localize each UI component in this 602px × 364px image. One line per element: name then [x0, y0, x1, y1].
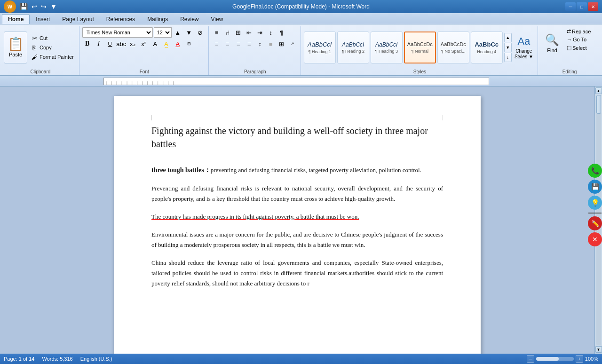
font-size-select[interactable]: 12: [154, 27, 172, 38]
tab-insert[interactable]: Insert: [30, 14, 56, 24]
style-heading2[interactable]: AaBbCcI ¶ Heading 2: [337, 32, 369, 63]
format-painter-button[interactable]: 🖌 Format Painter: [28, 53, 76, 62]
shading-button[interactable]: ■: [266, 39, 276, 49]
scroll-up-button[interactable]: ▲: [595, 87, 602, 94]
replace-button[interactable]: ⇄ Replace: [564, 27, 597, 35]
clipboard-group: 📋 Paste ✂ Cut ⎘ Copy 🖌 Format Painter Cl…: [2, 26, 79, 75]
dropdown-qa-btn[interactable]: ▼: [49, 2, 58, 11]
align-right-button[interactable]: ≡: [233, 39, 244, 49]
font-size-decrease-button[interactable]: ▼: [184, 27, 194, 38]
cut-button[interactable]: ✂ Cut: [28, 34, 76, 43]
font-format-row: B I U abc x₂ x² A A̲ A ⊞: [82, 39, 194, 49]
redo-qa-btn[interactable]: ↪: [40, 2, 48, 11]
show-hide-button[interactable]: ¶: [277, 27, 287, 38]
title-bar-left: W 💾 ↩ ↪ ▼: [4, 0, 58, 13]
tab-home[interactable]: Home: [2, 14, 30, 24]
strikethrough-button[interactable]: abc: [116, 39, 127, 49]
style-no-spacing-name: ¶ No Spaci...: [441, 49, 465, 54]
float-close-button[interactable]: ✕: [588, 232, 602, 246]
zoom-controls: ─ + 100%: [527, 355, 598, 363]
font-size-increase-button[interactable]: ▲: [173, 27, 183, 38]
format-painter-icon: 🖌: [31, 54, 38, 61]
style-heading2-name: ¶ Heading 2: [342, 49, 364, 54]
tab-review[interactable]: Review: [174, 14, 205, 24]
tab-page-layout[interactable]: Page Layout: [56, 14, 100, 24]
paste-label: Paste: [9, 52, 22, 57]
status-bar: Page: 1 of 14 Words: 5,316 English (U.S.…: [0, 354, 602, 364]
close-button[interactable]: ✕: [588, 2, 598, 11]
find-button[interactable]: 🔍 Find: [541, 27, 563, 59]
styles-scroll-up[interactable]: ▲: [504, 33, 512, 42]
align-center-button[interactable]: ≡: [222, 39, 233, 49]
clear-formatting-button[interactable]: ⊘: [195, 27, 206, 38]
align-left-button[interactable]: ≡: [212, 39, 222, 49]
tab-references[interactable]: References: [100, 14, 141, 24]
float-edit-button[interactable]: ✏️: [588, 216, 602, 230]
zoom-in-button[interactable]: +: [576, 355, 583, 363]
bullets-button[interactable]: ≡: [212, 27, 222, 38]
replace-icon: ⇄: [567, 28, 571, 34]
font-family-select[interactable]: Times New Roman: [82, 27, 153, 38]
quick-access-toolbar: 💾 ↩ ↪ ▼: [19, 2, 58, 11]
select-button[interactable]: ⬚ Select: [564, 44, 597, 52]
cut-label: Cut: [40, 35, 48, 41]
underline-button[interactable]: U: [105, 39, 115, 49]
style-normal[interactable]: AaBbCcDc ¶ Normal: [404, 32, 436, 63]
float-call-button[interactable]: 📞: [588, 164, 602, 178]
style-heading1[interactable]: AaBbCcI ¶ Heading 1: [304, 32, 336, 63]
style-heading4[interactable]: AaBbCc Heading 4: [471, 32, 503, 63]
float-save-button[interactable]: 💾: [588, 180, 602, 194]
copy-button[interactable]: ⎘ Copy: [28, 43, 76, 52]
bold-button[interactable]: B: [82, 39, 93, 49]
text-effects-button[interactable]: A: [150, 39, 160, 49]
document-page[interactable]: Fighting against the victory and buildin…: [114, 96, 481, 354]
numbering-button[interactable]: ⑁: [222, 27, 233, 38]
increase-indent-button[interactable]: ⇥: [255, 27, 265, 38]
multilevel-list-button[interactable]: ⊞: [233, 27, 244, 38]
restore-button[interactable]: □: [577, 2, 587, 11]
style-no-spacing[interactable]: AaBbCcDc ¶ No Spaci...: [437, 32, 469, 63]
justify-button[interactable]: ≡: [244, 39, 254, 49]
borders-button[interactable]: ⊞: [277, 39, 287, 49]
superscript-button[interactable]: x²: [139, 39, 149, 49]
styles-scroll-down[interactable]: ▼: [504, 43, 512, 52]
word-count: Words: 5,316: [42, 356, 72, 362]
ribbon: 📋 Paste ✂ Cut ⎘ Copy 🖌 Format Painter Cl…: [0, 24, 602, 76]
editing-group-label: Editing: [539, 69, 600, 74]
language-status: English (U.S.): [80, 356, 112, 362]
subscript-button[interactable]: x₂: [127, 39, 138, 49]
style-heading3[interactable]: AaBbCcI ¶ Heading 3: [371, 32, 403, 63]
sort-button[interactable]: ↕: [266, 27, 276, 38]
copy-icon: ⎘: [31, 44, 38, 51]
change-styles-icon: Aa: [517, 35, 530, 47]
italic-button[interactable]: I: [94, 39, 104, 49]
save-qa-btn[interactable]: 💾: [19, 2, 29, 11]
decrease-indent-button[interactable]: ⇤: [244, 27, 254, 38]
zoom-bar: [536, 357, 574, 361]
minimize-button[interactable]: ─: [565, 2, 576, 11]
tab-mailings[interactable]: Mailings: [141, 14, 174, 24]
change-styles-button[interactable]: Aa ChangeStyles ▼: [513, 32, 535, 63]
scroll-thumb[interactable]: [596, 95, 601, 114]
office-button[interactable]: W: [4, 0, 16, 13]
paste-button[interactable]: 📋 Paste: [4, 32, 27, 63]
line-spacing-button[interactable]: ↕: [255, 39, 265, 49]
undo-qa-btn[interactable]: ↩: [31, 2, 38, 11]
goto-button[interactable]: → Go To: [564, 36, 597, 43]
scroll-down-button[interactable]: ▼: [595, 346, 602, 353]
highlight-button[interactable]: A̲: [161, 39, 172, 49]
cut-icon: ✂: [31, 35, 38, 42]
styles-expand[interactable]: ↓: [504, 53, 512, 62]
font-group-dialog-button[interactable]: ⊞: [184, 39, 194, 49]
font-color-button[interactable]: A: [173, 39, 183, 49]
editing-small-buttons: ⇄ Replace → Go To ⬚ Select: [564, 27, 597, 52]
tab-view[interactable]: View: [205, 14, 230, 24]
paragraph-dialog-button[interactable]: ↗: [287, 39, 298, 49]
find-icon: 🔍: [545, 33, 559, 47]
zoom-out-button[interactable]: ─: [527, 355, 534, 363]
clipboard-group-label: Clipboard: [2, 69, 79, 74]
document-container: Fighting against the victory and buildin…: [0, 87, 594, 354]
paragraph-row-2: ≡ ≡ ≡ ≡ ↕ ■ ⊞ ↗: [212, 39, 298, 49]
title-bar: W 💾 ↩ ↪ ▼ GoogleFinal.doc (Compatibility…: [0, 0, 602, 13]
float-tip-button[interactable]: 💡: [588, 196, 602, 210]
